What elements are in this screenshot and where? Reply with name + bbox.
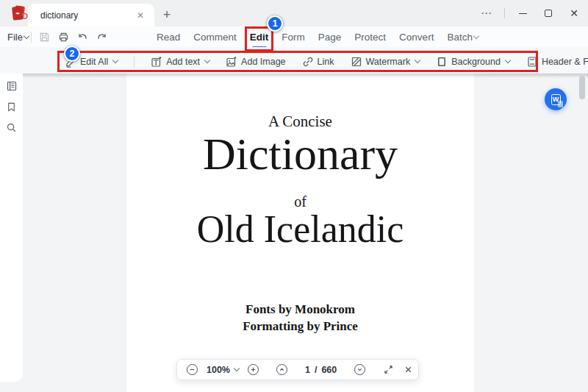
background-label: Background	[451, 57, 501, 67]
new-tab-button[interactable]: +	[157, 5, 176, 24]
watermark-label: Watermark	[366, 57, 411, 67]
doc-heading-old-icelandic: Old Icelandic	[126, 210, 474, 249]
tab-convert[interactable]: Convert	[398, 31, 434, 43]
header-footer-icon	[526, 56, 538, 68]
tab-page[interactable]: Page	[318, 31, 343, 43]
header-footer-label: Header & Footer	[542, 57, 588, 67]
add-image-label: Add Image	[241, 57, 285, 67]
zoom-in-button[interactable]	[248, 364, 259, 375]
doc-credit-line-1: Fonts by Monokrom	[126, 302, 474, 318]
document-viewport: A Concise Dictionary of Old Icelandic Fo…	[0, 74, 588, 392]
pdf-page: A Concise Dictionary of Old Icelandic Fo…	[126, 74, 474, 392]
add-text-icon	[151, 56, 162, 68]
app-logo-pdf-icon	[10, 4, 29, 24]
current-page-number[interactable]: 1	[305, 365, 310, 375]
fullscreen-icon[interactable]	[383, 364, 394, 375]
window-controls: ⋯ ✕	[478, 0, 582, 26]
vertical-scrollbar-thumb[interactable]	[579, 76, 585, 99]
close-page-controls-icon[interactable]	[403, 364, 414, 375]
add-image-button[interactable]: Add Image	[226, 56, 285, 68]
redo-icon[interactable]	[96, 31, 108, 43]
minimize-icon[interactable]	[514, 5, 531, 21]
tab-title: dictionary	[40, 10, 134, 21]
file-menu-label: File	[7, 32, 23, 43]
chevron-down-icon	[112, 57, 118, 63]
word-letter: W	[553, 96, 559, 103]
step-1-badge: 1	[267, 15, 283, 32]
navigation-sidebar	[0, 74, 23, 382]
watermark-icon	[351, 56, 362, 68]
window-controls-divider	[504, 8, 505, 18]
zoom-level-dropdown[interactable]: 100%	[207, 365, 239, 375]
link-icon	[302, 56, 314, 68]
toolbar-divider	[134, 56, 135, 68]
doc-heading-dictionary: Dictionary	[126, 131, 474, 177]
zoom-level-value: 100%	[207, 365, 230, 375]
add-text-label: Add text	[166, 57, 200, 67]
background-button[interactable]: Background	[436, 56, 510, 68]
edit-all-label: Edit All	[80, 57, 108, 67]
ribbon-tabs: Read Comment Edit 1 Form Page Protect Co…	[156, 31, 479, 43]
edit-all-button[interactable]: Edit All	[65, 56, 118, 68]
chevron-down-icon	[505, 57, 511, 63]
tab-batch-label: Batch	[447, 32, 473, 43]
zoom-out-button[interactable]	[187, 364, 198, 375]
file-menu-button[interactable]: File	[7, 32, 29, 43]
pen-icon	[65, 56, 76, 68]
maximize-icon[interactable]	[540, 5, 556, 21]
word-document-icon: W	[551, 94, 561, 105]
bookmarks-panel-icon[interactable]	[6, 101, 18, 113]
chevron-down-icon	[415, 57, 420, 63]
add-text-button[interactable]: Add text	[151, 56, 209, 68]
watermark-button[interactable]: Watermark	[351, 56, 420, 68]
close-icon[interactable]: ✕	[566, 5, 582, 21]
menubar: File Read Comment Edit	[0, 26, 588, 47]
undo-icon[interactable]	[76, 31, 89, 43]
search-icon[interactable]	[6, 121, 18, 133]
document-tab[interactable]: dictionary ✕	[28, 4, 154, 26]
titlebar: dictionary ✕ + ⋯ ✕	[0, 0, 588, 26]
save-icon[interactable]	[38, 31, 51, 43]
tab-read[interactable]: Read	[156, 31, 181, 43]
chevron-down-icon	[204, 57, 210, 63]
tab-protect[interactable]: Protect	[354, 31, 387, 43]
chevron-down-icon	[234, 366, 240, 371]
previous-page-button[interactable]	[276, 364, 287, 375]
header-footer-button[interactable]: Header & Footer	[526, 56, 588, 68]
link-label: Link	[318, 57, 334, 67]
doc-credit-line-2: Formatting by Prince	[126, 318, 474, 335]
page-indicator: 1 / 660	[305, 365, 337, 375]
tab-form[interactable]: Form	[281, 31, 306, 43]
tab-batch[interactable]: Batch	[446, 31, 479, 43]
print-icon[interactable]	[57, 31, 70, 43]
tab-close-icon[interactable]: ✕	[134, 9, 147, 22]
link-button[interactable]: Link	[302, 56, 334, 68]
quick-actions	[38, 31, 108, 43]
chevron-down-icon	[24, 32, 29, 38]
page-number-separator: /	[315, 365, 317, 375]
tab-comment[interactable]: Comment	[193, 31, 237, 43]
more-menu-icon[interactable]: ⋯	[478, 5, 495, 21]
chevron-down-icon	[473, 32, 479, 38]
tab-edit[interactable]: Edit 1	[249, 31, 270, 43]
page-controls-bar: 100% 1 / 660	[176, 359, 419, 380]
edit-toolbar-items: Edit All Add text	[65, 51, 588, 72]
convert-to-word-button[interactable]: W	[545, 88, 567, 110]
next-page-button[interactable]	[354, 364, 365, 375]
background-icon	[436, 56, 448, 68]
thumbnails-panel-icon[interactable]	[6, 80, 18, 92]
tab-edit-label: Edit	[250, 32, 269, 43]
menubar-divider	[31, 32, 32, 43]
edit-toolbar: 2 Edit All Add text	[0, 47, 588, 74]
add-image-icon	[226, 56, 237, 68]
total-page-count: 660	[321, 365, 337, 375]
